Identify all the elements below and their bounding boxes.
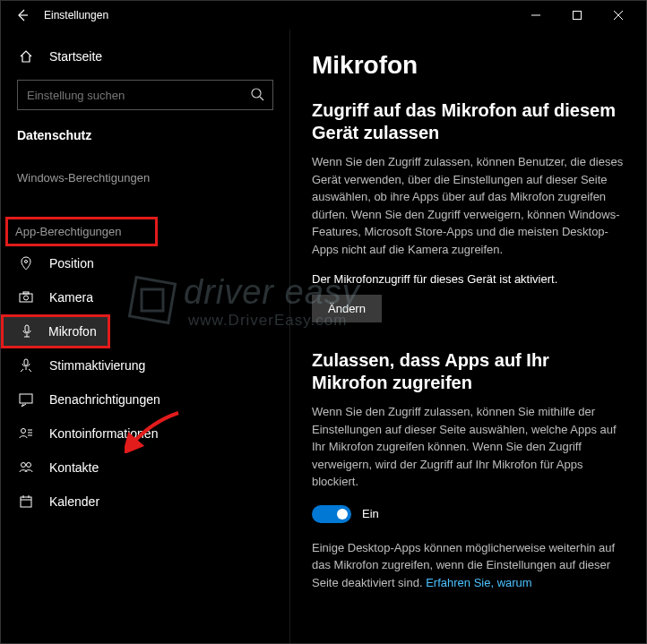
home-link[interactable]: Startseite (1, 40, 289, 73)
toggle-label: Ein (362, 507, 379, 520)
svg-point-4 (24, 296, 29, 300)
nav-label: Position (49, 256, 94, 270)
camera-icon (17, 290, 35, 305)
section2-heading: Zulassen, dass Apps auf Ihr Mikrofon zug… (312, 349, 628, 394)
nav-account-info[interactable]: Kontoinformationen (1, 416, 289, 451)
nav-label: Mikrofon (48, 324, 97, 339)
svg-point-1 (252, 89, 261, 98)
back-button[interactable] (8, 1, 37, 30)
close-button[interactable] (598, 1, 639, 30)
maximize-button[interactable] (556, 1, 598, 30)
learn-more-link[interactable]: Erfahren Sie, warum (426, 576, 532, 589)
nav-microphone[interactable]: Mikrofon (1, 314, 110, 348)
microphone-icon (20, 324, 34, 339)
svg-point-10 (22, 463, 26, 468)
svg-rect-12 (21, 497, 31, 507)
nav-label: Kamera (49, 290, 93, 305)
svg-point-9 (22, 429, 26, 434)
svg-point-11 (27, 463, 31, 468)
svg-rect-0 (574, 12, 582, 20)
main-content: Mikrofon Zugriff auf das Mikrofon auf di… (289, 30, 646, 643)
nav-label: Kalender (49, 494, 99, 509)
svg-rect-6 (25, 325, 29, 332)
apps-access-toggle[interactable] (312, 505, 351, 523)
search-input[interactable] (17, 80, 273, 110)
sidebar: Startseite Datenschutz Windows-Berechtig… (1, 30, 289, 643)
search-icon (250, 87, 264, 101)
notification-icon (17, 392, 35, 407)
category-heading: Datenschutz (1, 110, 289, 151)
svg-rect-3 (20, 294, 32, 302)
voice-icon (17, 358, 35, 373)
group-windows-permissions: Windows-Berechtigungen (1, 151, 289, 195)
contacts-icon (17, 460, 35, 475)
section1-text: Wenn Sie den Zugriff zulassen, können Be… (312, 153, 628, 258)
svg-rect-7 (24, 359, 28, 365)
svg-point-2 (25, 261, 28, 263)
nav-notifications[interactable]: Benachrichtigungen (1, 382, 289, 416)
nav-voice-activation[interactable]: Stimmaktivierung (1, 348, 289, 382)
group-app-permissions: App-Berechtigungen (5, 217, 158, 246)
svg-rect-8 (20, 394, 32, 403)
section1-heading: Zugriff auf das Mikrofon auf diesem Gerä… (312, 99, 628, 144)
calendar-icon (17, 494, 35, 509)
access-status: Der Mikrofonzugriff für dieses Gerät ist… (312, 272, 628, 286)
nav-label: Stimmaktivierung (49, 358, 145, 373)
change-button[interactable]: Ändern (312, 295, 382, 322)
nav-label: Benachrichtigungen (49, 392, 160, 407)
nav-camera[interactable]: Kamera (1, 280, 289, 314)
page-title: Mikrofon (312, 51, 628, 80)
svg-rect-5 (23, 292, 29, 294)
nav-calendar[interactable]: Kalender (1, 485, 289, 519)
nav-position[interactable]: Position (1, 246, 289, 280)
home-icon (17, 49, 35, 64)
section3-text: Einige Desktop-Apps können möglicherweis… (312, 539, 628, 592)
window-title: Einstellungen (44, 9, 108, 21)
nav-label: Kontoinformationen (49, 426, 158, 441)
location-icon (17, 256, 35, 270)
home-label: Startseite (49, 49, 102, 64)
minimize-button[interactable] (515, 1, 556, 30)
nav-contacts[interactable]: Kontakte (1, 451, 289, 485)
account-icon (17, 426, 35, 441)
nav-label: Kontakte (49, 460, 99, 475)
section2-text: Wenn Sie den Zugriff zulassen, können Si… (312, 403, 628, 491)
